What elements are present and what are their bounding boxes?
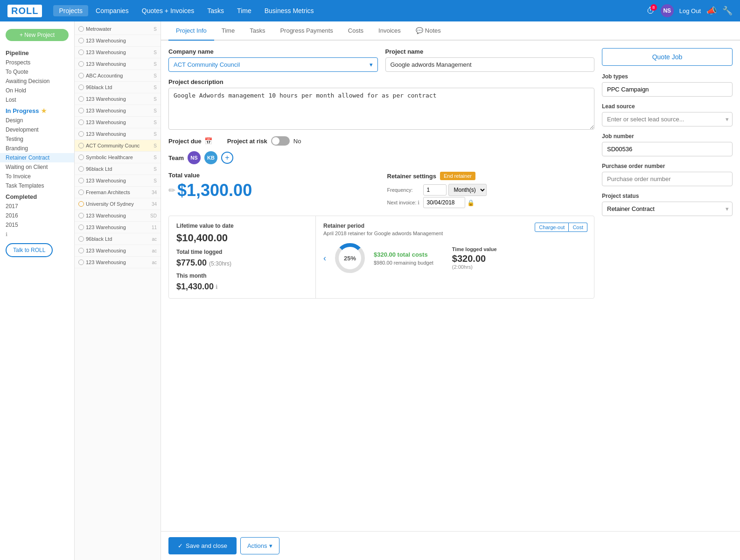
tab-invoices[interactable]: Invoices — [371, 21, 408, 41]
charge-out-button[interactable]: Charge-out — [535, 223, 569, 232]
left-panel: Company name ACT Community Council ▾ Pro… — [168, 48, 594, 524]
edit-pencil-icon[interactable]: ✏ — [168, 185, 175, 196]
sidebar-item-retainer-contract[interactable]: Retainer Contract — [0, 153, 74, 162]
actions-button[interactable]: Actions ▾ — [240, 537, 279, 554]
sidebar-item-task-templates[interactable]: Task Templates — [0, 181, 74, 190]
sidebar-item-development[interactable]: Development — [0, 125, 74, 134]
nav-time[interactable]: Time — [231, 5, 257, 16]
project-dot-warning — [78, 201, 84, 207]
tab-costs[interactable]: Costs — [341, 21, 371, 41]
project-list-item[interactable]: 123 Warehousing S — [75, 47, 161, 58]
nav-tasks[interactable]: Tasks — [202, 5, 230, 16]
company-name-select[interactable]: ACT Community Council ▾ — [168, 57, 378, 72]
project-list-item[interactable]: 96black Ltd S — [75, 82, 161, 93]
retainer-settings-box: Retainer settings End retainer Frequency… — [387, 172, 595, 208]
sidebar-item-2017[interactable]: 2017 — [0, 202, 74, 211]
job-types-input[interactable] — [602, 82, 733, 97]
add-team-member-button[interactable]: + — [221, 152, 233, 164]
sidebar-item-2015[interactable]: 2015 — [0, 220, 74, 230]
project-list-item[interactable]: 123 Warehousing S — [75, 105, 161, 117]
sidebar-item-design[interactable]: Design — [0, 116, 74, 125]
cost-info: $320.00 total costs $980.00 remaining bu… — [374, 251, 433, 266]
end-retainer-button[interactable]: End retainer — [440, 172, 475, 180]
nav-companies[interactable]: Companies — [90, 5, 134, 16]
at-risk-toggle[interactable] — [271, 136, 290, 146]
nav-left-arrow[interactable]: ‹ — [323, 253, 326, 263]
user-avatar[interactable]: NS — [661, 4, 674, 17]
toggle-knob — [272, 137, 279, 145]
project-list-item[interactable]: Metrowater S — [75, 23, 161, 35]
save-close-button[interactable]: ✓ Save and close — [168, 537, 237, 554]
project-list-item[interactable]: 123 Warehousing — [75, 35, 161, 47]
project-list-item[interactable]: 123 Warehousing S — [75, 128, 161, 140]
project-name-group: Project name — [385, 48, 595, 72]
sidebar-item-to-invoice[interactable]: To Invoice — [0, 172, 74, 181]
sidebar-item-testing[interactable]: Testing — [0, 134, 74, 144]
next-invoice-date-input[interactable] — [423, 197, 465, 208]
frequency-unit-select[interactable]: Month(s) — [448, 184, 487, 196]
project-list-item[interactable]: 123 Warehousing 11 — [75, 222, 161, 233]
project-dot — [78, 61, 84, 67]
sidebar-item-on-hold[interactable]: On Hold — [0, 86, 74, 95]
cost-button[interactable]: Cost — [569, 223, 587, 232]
description-textarea[interactable]: Google Adwords management 10 hours per m… — [168, 88, 594, 130]
project-list-item[interactable]: 123 Warehousing ac — [75, 257, 161, 268]
project-list-code: S — [154, 132, 157, 137]
talk-to-roll-button[interactable]: Talk to ROLL — [6, 243, 53, 257]
project-list-item[interactable]: 123 Warehousing S — [75, 175, 161, 187]
purchase-order-input[interactable] — [602, 172, 733, 186]
timer-icon[interactable]: ⏱ 8 — [647, 6, 655, 16]
tab-progress-payments[interactable]: Progress Payments — [272, 21, 340, 41]
megaphone-icon[interactable]: 📣 — [706, 6, 717, 16]
project-list-item[interactable]: ABC Accounting S — [75, 70, 161, 82]
new-project-button[interactable]: + New Project — [6, 29, 69, 41]
tab-notes[interactable]: 💬 Notes — [408, 21, 448, 41]
frequency-value-input[interactable] — [423, 184, 447, 196]
sidebar-item-branding[interactable]: Branding — [0, 144, 74, 153]
tab-time[interactable]: Time — [214, 21, 242, 41]
project-list-code: S — [154, 73, 157, 78]
sidebar-item-awaiting-decision[interactable]: Awaiting Decision — [0, 77, 74, 86]
project-list-item[interactable]: Symbolic Healthcare S — [75, 152, 161, 163]
sidebar-item-waiting-on-client[interactable]: Waiting on Client — [0, 162, 74, 172]
project-name-input[interactable] — [385, 57, 595, 72]
info-icon-sidebar[interactable]: ℹ — [0, 230, 74, 239]
sidebar-item-to-quote[interactable]: To Quote — [0, 67, 74, 77]
this-month-label: This month — [176, 273, 308, 279]
team-row: Team NS KB + — [168, 151, 594, 164]
nav-projects[interactable]: Projects — [53, 5, 88, 16]
project-list-item[interactable]: 123 Warehousing S — [75, 58, 161, 70]
tab-project-info[interactable]: Project Info — [168, 21, 214, 41]
tab-tasks[interactable]: Tasks — [242, 21, 272, 41]
notes-icon: 💬 — [416, 27, 423, 34]
project-list-item[interactable]: Freeman Architects 34 — [75, 187, 161, 198]
project-list-item[interactable]: 123 Warehousing ac — [75, 245, 161, 257]
team-avatar-ns[interactable]: NS — [188, 151, 201, 164]
project-list-item[interactable]: 96black Ltd S — [75, 163, 161, 175]
project-status-select[interactable]: Retainer Contract — [602, 202, 733, 216]
calendar-icon[interactable]: 📅 — [204, 137, 212, 145]
quote-job-button[interactable]: Quote Job — [602, 48, 733, 66]
team-avatar-kb[interactable]: KB — [204, 151, 217, 164]
nav-business-metrics[interactable]: Business Metrics — [259, 5, 320, 16]
project-list-item[interactable]: University Of Sydney 34 — [75, 198, 161, 210]
sidebar-item-prospects[interactable]: Prospects — [0, 58, 74, 67]
project-dot — [78, 213, 84, 218]
logout-button[interactable]: Log Out — [679, 7, 701, 14]
project-list-code: S — [154, 167, 157, 172]
project-dot — [78, 49, 84, 55]
nav-quotes-invoices[interactable]: Quotes + Invoices — [136, 5, 200, 16]
project-list-item[interactable]: 96black Ltd ac — [75, 233, 161, 245]
project-list-name: 123 Warehousing — [86, 178, 152, 183]
lead-source-input[interactable] — [602, 112, 733, 126]
sidebar-item-lost[interactable]: Lost — [0, 95, 74, 105]
wrench-icon[interactable]: 🔧 — [722, 6, 733, 16]
project-list-item[interactable]: 123 Warehousing S — [75, 117, 161, 128]
project-list-item[interactable]: 123 Warehousing S — [75, 93, 161, 105]
job-number-input[interactable] — [602, 142, 733, 156]
sidebar-item-2016[interactable]: 2016 — [0, 211, 74, 220]
project-list-item[interactable]: 123 Warehousing SD — [75, 210, 161, 222]
project-list-item-active[interactable]: ACT Community Counc S — [75, 140, 161, 152]
lock-icon[interactable]: 🔒 — [467, 199, 475, 206]
purchase-order-label: Purchase order number — [602, 163, 733, 169]
